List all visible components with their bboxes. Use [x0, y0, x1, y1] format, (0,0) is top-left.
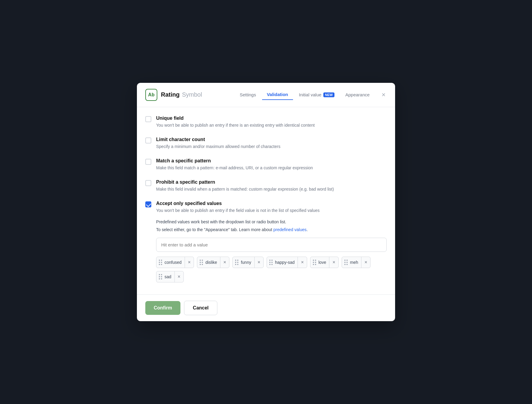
- accept-only-checkbox-wrap: [145, 201, 151, 209]
- tag-love-drag-handle[interactable]: [310, 260, 319, 265]
- predefined-info-line2: To select either, go to the "Appearance"…: [156, 226, 387, 233]
- drag-icon: [313, 260, 316, 265]
- prohibit-pattern-content: Prohibit a specific pattern Make this fi…: [156, 179, 387, 192]
- accept-only-title: Accept only specified values: [156, 201, 387, 206]
- modal-header: Ab Rating Symbol Settings Validation Ini…: [137, 83, 395, 107]
- accept-only-content: Accept only specified values You won't b…: [156, 201, 387, 283]
- tag-confused-remove[interactable]: ×: [185, 257, 194, 268]
- validation-item-match-pattern: Match a specific pattern Make this field…: [145, 158, 387, 171]
- tab-validation[interactable]: Validation: [262, 89, 293, 100]
- predefined-info-prefix: To select either, go to the "Appearance"…: [156, 227, 274, 232]
- predefined-values-link[interactable]: predefined values: [274, 227, 307, 232]
- drag-icon: [200, 260, 203, 265]
- header-tabs: Settings Validation Initial value NEW Ap…: [235, 89, 374, 100]
- tag-love: love ×: [310, 257, 339, 268]
- tag-dislike-drag-handle[interactable]: [197, 260, 205, 265]
- tag-meh-drag-handle[interactable]: [342, 260, 350, 265]
- tab-initial-value[interactable]: Initial value NEW: [294, 90, 340, 100]
- accept-only-checkbox[interactable]: [145, 201, 151, 207]
- unique-field-checkbox-wrap: [145, 116, 151, 123]
- match-pattern-desc: Make this field match a pattern: e-mail …: [156, 165, 387, 171]
- unique-field-desc: You won't be able to publish an entry if…: [156, 122, 387, 128]
- limit-char-checkbox-wrap: [145, 137, 151, 145]
- new-badge: NEW: [323, 92, 335, 97]
- match-pattern-title: Match a specific pattern: [156, 158, 387, 164]
- modal-overlay: Ab Rating Symbol Settings Validation Ini…: [0, 0, 532, 404]
- unique-field-content: Unique field You won't be able to publis…: [156, 116, 387, 128]
- tag-funny: funny ×: [232, 257, 264, 268]
- limit-char-desc: Specify a minimum and/or maximum allowed…: [156, 143, 387, 150]
- tag-happy-sad-drag-handle[interactable]: [267, 260, 275, 265]
- tags-container: confused × dislike ×: [156, 257, 387, 282]
- predefined-info-suffix: .: [307, 227, 308, 232]
- limit-char-checkbox[interactable]: [145, 137, 151, 143]
- confirm-button[interactable]: Confirm: [145, 301, 180, 315]
- tab-settings[interactable]: Settings: [235, 90, 261, 100]
- tag-dislike-label: dislike: [205, 257, 220, 268]
- match-pattern-checkbox-wrap: [145, 159, 151, 166]
- tag-confused-drag-handle[interactable]: [156, 260, 165, 265]
- tag-meh-label: meh: [350, 257, 361, 268]
- field-type: Symbol: [182, 91, 202, 98]
- tag-dislike-remove[interactable]: ×: [220, 257, 229, 268]
- modal-body: Unique field You won't be able to publis…: [137, 107, 395, 295]
- value-input-wrap: [156, 238, 387, 252]
- tag-funny-drag-handle[interactable]: [233, 260, 241, 265]
- match-pattern-content: Match a specific pattern Make this field…: [156, 158, 387, 171]
- value-input[interactable]: [156, 238, 387, 252]
- tag-sad-drag-handle[interactable]: [156, 274, 165, 279]
- limit-char-title: Limit character count: [156, 137, 387, 142]
- tag-confused-label: confused: [165, 257, 185, 268]
- tag-happy-sad-remove[interactable]: ×: [298, 257, 307, 268]
- validation-item-prohibit-pattern: Prohibit a specific pattern Make this fi…: [145, 179, 387, 192]
- field-name: Rating: [161, 91, 180, 98]
- tag-meh: meh ×: [342, 257, 371, 268]
- validation-item-unique-field: Unique field You won't be able to publis…: [145, 116, 387, 128]
- tag-love-remove[interactable]: ×: [329, 257, 338, 268]
- tag-sad-remove[interactable]: ×: [175, 271, 183, 282]
- tag-dislike: dislike ×: [197, 257, 229, 268]
- modal-dialog: Ab Rating Symbol Settings Validation Ini…: [137, 83, 395, 321]
- modal-footer: Confirm Cancel: [137, 295, 395, 321]
- cancel-button[interactable]: Cancel: [184, 301, 217, 315]
- prohibit-pattern-title: Prohibit a specific pattern: [156, 179, 387, 185]
- tag-meh-remove[interactable]: ×: [361, 257, 370, 268]
- tab-appearance[interactable]: Appearance: [340, 90, 374, 100]
- drag-icon: [235, 260, 238, 265]
- tag-funny-label: funny: [241, 257, 254, 268]
- field-icon: Ab: [145, 89, 157, 101]
- prohibit-pattern-checkbox[interactable]: [145, 180, 151, 186]
- drag-icon: [269, 260, 273, 265]
- validation-item-limit-char: Limit character count Specify a minimum …: [145, 137, 387, 150]
- predefined-info-line1: Predefined values work best with the dro…: [156, 219, 387, 225]
- prohibit-pattern-desc: Make this field invalid when a pattern i…: [156, 186, 387, 192]
- drag-icon: [344, 260, 348, 265]
- tag-confused: confused ×: [156, 257, 194, 268]
- tag-love-label: love: [319, 257, 330, 268]
- tag-sad-label: sad: [165, 271, 175, 282]
- unique-field-checkbox[interactable]: [145, 116, 151, 122]
- tag-happy-sad-label: happy-sad: [275, 257, 298, 268]
- prohibit-pattern-checkbox-wrap: [145, 180, 151, 187]
- close-button[interactable]: ×: [380, 90, 387, 99]
- drag-icon: [159, 260, 162, 265]
- tag-sad: sad ×: [156, 271, 184, 282]
- tag-funny-remove[interactable]: ×: [255, 257, 263, 268]
- tag-happy-sad: happy-sad ×: [267, 257, 307, 268]
- field-title: Rating Symbol: [161, 91, 231, 98]
- unique-field-title: Unique field: [156, 116, 387, 121]
- validation-item-accept-only: Accept only specified values You won't b…: [145, 201, 387, 283]
- accept-only-desc: You won't be able to publish an entry if…: [156, 207, 387, 214]
- match-pattern-checkbox[interactable]: [145, 159, 151, 165]
- drag-icon: [159, 274, 162, 279]
- limit-char-content: Limit character count Specify a minimum …: [156, 137, 387, 150]
